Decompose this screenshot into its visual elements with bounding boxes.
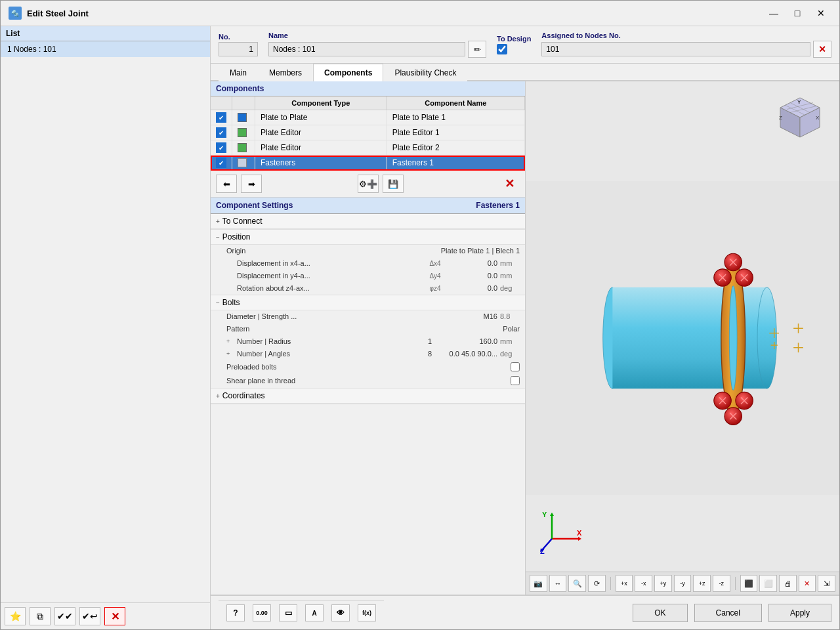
vp-rotate-button[interactable]: ⟳ [588,575,606,592]
tab-plausibility[interactable]: Plausibility Check [383,64,467,81]
move-down-button[interactable]: ➡ [241,175,262,193]
main-content: List 1 Nodes : 101 ⭐ ⧉ ✔✔ ✔↩ ✕ No. Name [1,26,839,629]
add-star-button[interactable]: ⭐ [5,607,26,625]
view-cube[interactable]: Y Z X [774,94,826,147]
right-panel: No. Name ✏ To Design Assigned to Nodes N… [211,26,839,629]
comp-check-1[interactable]: ✔ [211,110,232,125]
duplicate-button[interactable]: ⧉ [30,607,51,625]
title-bar: 🔩 Edit Steel Joint — □ ✕ [1,1,839,26]
name-label: Name [268,32,486,39]
svg-text:Y: Y [797,99,801,105]
comp-row-3[interactable]: ✔ Plate Editor Plate Editor 2 [211,140,525,156]
apply-button[interactable]: Apply [768,604,831,622]
fx-button[interactable]: f(x) [358,604,376,621]
shear-checkbox[interactable] [511,376,520,385]
comp-settings-name: Fasteners 1 [476,201,520,210]
eye-button[interactable]: 👁 [331,604,350,621]
tag-button[interactable]: A [305,604,324,621]
vp-print-button[interactable]: 🖨 [779,575,797,592]
preloaded-checkbox[interactable] [511,362,520,371]
cancel-button[interactable]: Cancel [694,604,762,622]
components-table: Component Type Component Name ✔ Plate to… [211,96,525,171]
app-icon: 🔩 [9,7,22,20]
check-button[interactable]: ✔✔ [54,607,75,625]
bolts-header[interactable]: − Bolts [211,295,525,310]
col-name-header: Component Name [387,96,524,110]
origin-row: Origin Plate to Plate 1 | Blech 1 [211,245,525,257]
list-footer: ⭐ ⧉ ✔✔ ✔↩ ✕ [1,602,210,629]
comp-name-1: Plate to Plate 1 [387,110,524,125]
vp-camera-button[interactable]: 📷 [530,575,547,592]
vp-persp-button[interactable]: ⬛ [740,575,758,592]
expand-icon-coords: + [216,392,220,400]
svg-text:X: X [577,529,582,537]
comp-row-2[interactable]: ✔ Plate Editor Plate Editor 1 [211,125,525,140]
comp-name-2: Plate Editor 1 [387,125,524,140]
vp-axis-my-button[interactable]: -y [674,575,692,592]
check-icon-1: ✔ [216,112,226,123]
move-up-button[interactable]: ⬅ [216,175,237,193]
number-angles-row: + Number | Angles 8 0.0 45.0 90.0... deg [211,348,525,360]
coord-system: X Y Z [539,509,585,555]
comp-check-2[interactable]: ✔ [211,125,232,140]
vp-axis-mz-button[interactable]: -z [713,575,730,592]
remove-node-button[interactable]: ✕ [813,41,831,58]
name-field-group: Name ✏ [268,32,486,58]
edit-name-button[interactable]: ✏ [468,41,486,58]
close-button[interactable]: ✕ [810,6,831,20]
check-icon-3: ✔ [216,142,226,153]
vp-divider-1 [610,577,611,590]
bolts-label: Bolts [222,298,240,307]
name-input[interactable] [268,42,465,56]
delete-list-button[interactable]: ✕ [104,607,125,625]
vp-zoom-button[interactable]: 🔍 [568,575,586,592]
tab-main[interactable]: Main [219,64,258,81]
origin-value: Plate to Plate 1 | Blech 1 [441,247,520,255]
vp-expand-button[interactable]: ⇲ [818,575,835,592]
comp-check-4[interactable]: ✔ [211,156,232,171]
maximize-button[interactable]: □ [787,6,808,20]
number-radius-num: 1 [379,337,432,345]
tab-components[interactable]: Components [313,64,383,81]
comp-settings-label: Component Settings [216,201,293,210]
disp-y-unit: mm [500,272,520,280]
list-header: List [1,26,210,41]
check-arrow-button[interactable]: ✔↩ [79,607,100,625]
diameter-row: Diameter | Strength ... M16 8.8 [211,310,525,323]
to-design-checkbox[interactable] [497,44,507,54]
left-panel: List 1 Nodes : 101 ⭐ ⧉ ✔✔ ✔↩ ✕ [1,26,211,629]
rect-button[interactable]: ▭ [279,604,297,621]
save-component-button[interactable]: 💾 [383,175,404,193]
numeric-button[interactable]: 0.00 [253,604,271,621]
no-input[interactable] [219,42,258,56]
delete-component-button[interactable]: ✕ [499,175,520,193]
minimize-button[interactable]: — [763,6,784,20]
disp-y-row: Displacement in y4-a... Δy4 0.0 mm [211,270,525,282]
comp-row-4[interactable]: ✔ Fasteners Fasteners 1 [211,156,525,171]
ok-button[interactable]: OK [633,604,687,622]
vp-axis-mx-button[interactable]: -x [635,575,652,592]
components-section-header: Components [211,81,525,96]
coordinates-header[interactable]: + Coordinates [211,388,525,404]
to-connect-header[interactable]: + To Connect [211,214,525,229]
col-type-header: Component Type [255,96,387,110]
vp-axis-z-button[interactable]: +z [693,575,711,592]
vp-wire-button[interactable]: ⬜ [759,575,777,592]
list-item[interactable]: 1 Nodes : 101 [1,41,210,57]
add-component-button[interactable]: ⚙➕ [358,175,379,193]
vp-close-button[interactable]: ✕ [799,575,816,592]
vp-move-button[interactable]: ↔ [549,575,567,592]
comp-color-3 [232,140,255,156]
name-row: ✏ [268,41,486,58]
comp-check-3[interactable]: ✔ [211,140,232,156]
vp-axis-y-button[interactable]: +y [654,575,672,592]
comp-row-1[interactable]: ✔ Plate to Plate Plate to Plate 1 [211,110,525,125]
help-button[interactable]: ? [226,604,245,621]
bottom-row: ? 0.00 ▭ A 👁 f(x) OK Cancel Apply [211,595,839,629]
position-header[interactable]: − Position [211,230,525,245]
vp-axis-x-button[interactable]: +x [616,575,633,592]
check-icon-2: ✔ [216,127,226,138]
tab-members[interactable]: Members [258,64,313,81]
disp-y-label: Displacement in y4-a... [237,272,425,280]
assigned-input[interactable] [541,42,810,56]
